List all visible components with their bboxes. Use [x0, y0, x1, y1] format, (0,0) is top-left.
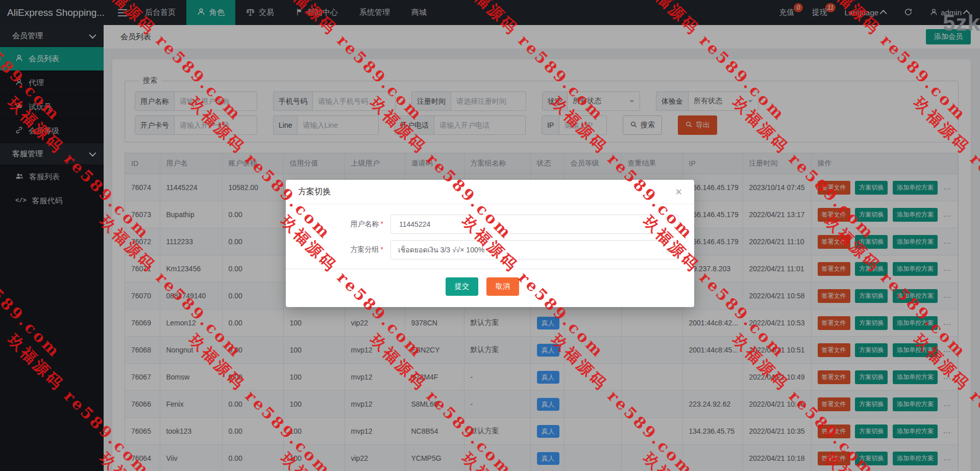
plan-switch-modal: 方案切换 × 用户名称* 方案分组* เช็อดยอดเงิน 3/3 √√× … [286, 180, 694, 307]
modal-header: 方案切换 × [286, 180, 694, 204]
modal-plan-select[interactable]: เช็อดยอดเงิน 3/3 √√× 100% [390, 240, 679, 260]
modal-body: 用户名称* 方案分组* เช็อดยอดเงิน 3/3 √√× 100% 提交… [286, 204, 694, 307]
cancel-button[interactable]: 取消 [486, 277, 519, 296]
modal-title: 方案切换 [298, 186, 331, 197]
required-asterisk: * [381, 220, 383, 228]
modal-username-input[interactable] [398, 220, 671, 229]
app-root: AliExpress Shopping... 后台首页 角色 交易 帮助中心 系… [0, 0, 980, 471]
caret-down-icon [666, 249, 671, 254]
required-asterisk: * [381, 245, 383, 253]
modal-username-row: 用户名称* [286, 215, 679, 234]
close-icon[interactable]: × [675, 186, 682, 198]
modal-footer: 提交 取消 [286, 269, 679, 307]
modal-plan-group-row: 方案分组* เช็อดยอดเงิน 3/3 √√× 100% [286, 240, 679, 260]
submit-button[interactable]: 提交 [446, 277, 478, 296]
